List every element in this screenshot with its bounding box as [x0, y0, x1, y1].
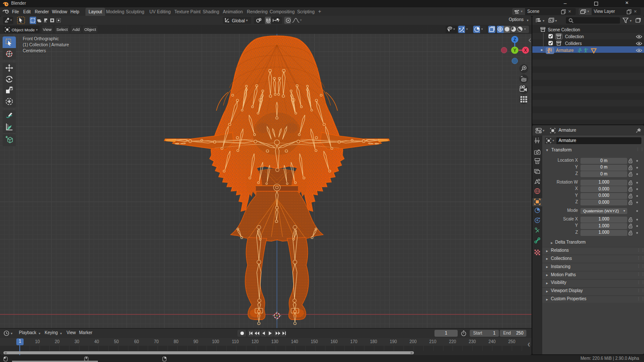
svg-text:X: X [524, 48, 527, 53]
svg-text:Z: Z [513, 37, 516, 42]
svg-text:Y: Y [513, 48, 516, 53]
